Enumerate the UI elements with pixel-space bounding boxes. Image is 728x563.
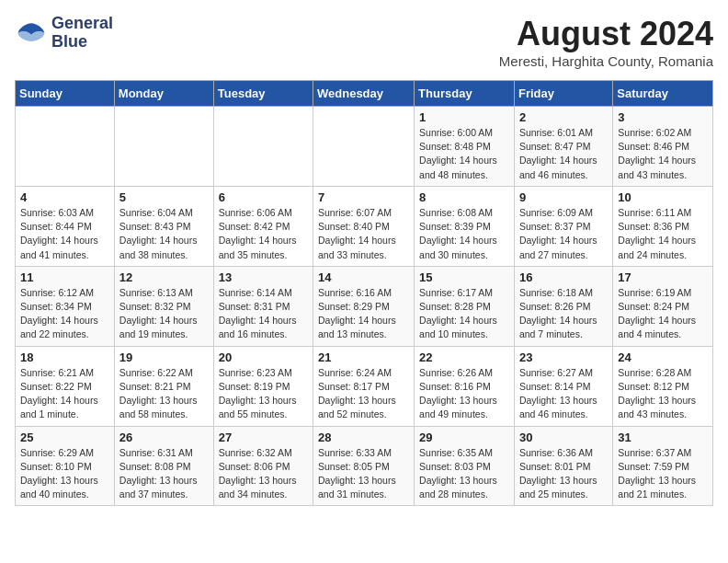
calendar-cell: 5Sunrise: 6:04 AM Sunset: 8:43 PM Daylig… [114, 186, 213, 266]
calendar-cell: 22Sunrise: 6:26 AM Sunset: 8:16 PM Dayli… [415, 346, 515, 426]
day-number: 26 [119, 431, 209, 444]
calendar-cell: 21Sunrise: 6:24 AM Sunset: 8:17 PM Dayli… [313, 346, 415, 426]
calendar-cell: 14Sunrise: 6:16 AM Sunset: 8:29 PM Dayli… [313, 266, 415, 346]
logo-general: General [51, 15, 113, 33]
day-info: Sunrise: 6:12 AM Sunset: 8:34 PM Dayligh… [20, 286, 109, 342]
day-info: Sunrise: 6:26 AM Sunset: 8:16 PM Dayligh… [419, 366, 509, 422]
logo: General Blue [15, 15, 113, 52]
day-number: 17 [618, 270, 708, 284]
day-info: Sunrise: 6:36 AM Sunset: 8:01 PM Dayligh… [519, 446, 608, 502]
day-number: 14 [318, 270, 409, 284]
day-info: Sunrise: 6:17 AM Sunset: 8:28 PM Dayligh… [419, 286, 509, 342]
calendar-cell: 11Sunrise: 6:12 AM Sunset: 8:34 PM Dayli… [16, 266, 115, 346]
day-info: Sunrise: 6:23 AM Sunset: 8:19 PM Dayligh… [219, 366, 308, 422]
day-number: 1 [419, 110, 509, 124]
day-info: Sunrise: 6:02 AM Sunset: 8:46 PM Dayligh… [618, 126, 708, 182]
day-info: Sunrise: 6:24 AM Sunset: 8:17 PM Dayligh… [318, 366, 409, 422]
day-number: 25 [20, 431, 109, 444]
calendar-cell: 9Sunrise: 6:09 AM Sunset: 8:37 PM Daylig… [514, 186, 612, 266]
day-info: Sunrise: 6:19 AM Sunset: 8:24 PM Dayligh… [618, 286, 708, 342]
calendar-cell: 17Sunrise: 6:19 AM Sunset: 8:24 PM Dayli… [613, 266, 713, 346]
header-wednesday: Wednesday [313, 81, 415, 107]
day-info: Sunrise: 6:31 AM Sunset: 8:08 PM Dayligh… [119, 446, 209, 502]
header-sunday: Sunday [16, 81, 115, 107]
calendar-cell: 13Sunrise: 6:14 AM Sunset: 8:31 PM Dayli… [213, 266, 313, 346]
day-number: 16 [519, 270, 608, 284]
calendar-cell: 15Sunrise: 6:17 AM Sunset: 8:28 PM Dayli… [415, 266, 515, 346]
day-number: 4 [20, 190, 109, 204]
day-number: 11 [20, 270, 109, 284]
calendar-cell: 28Sunrise: 6:33 AM Sunset: 8:05 PM Dayli… [313, 426, 415, 506]
day-info: Sunrise: 6:01 AM Sunset: 8:47 PM Dayligh… [519, 126, 608, 182]
day-number: 22 [419, 350, 509, 364]
calendar-cell: 25Sunrise: 6:29 AM Sunset: 8:10 PM Dayli… [16, 426, 115, 506]
calendar-cell: 30Sunrise: 6:36 AM Sunset: 8:01 PM Dayli… [514, 426, 612, 506]
day-info: Sunrise: 6:03 AM Sunset: 8:44 PM Dayligh… [20, 206, 109, 262]
day-number: 18 [20, 350, 109, 364]
day-info: Sunrise: 6:18 AM Sunset: 8:26 PM Dayligh… [519, 286, 608, 342]
day-number: 21 [318, 350, 409, 364]
logo-blue: Blue [51, 33, 113, 52]
day-info: Sunrise: 6:08 AM Sunset: 8:39 PM Dayligh… [419, 206, 509, 262]
day-info: Sunrise: 6:11 AM Sunset: 8:36 PM Dayligh… [618, 206, 708, 262]
calendar-table: SundayMondayTuesdayWednesdayThursdayFrid… [15, 80, 713, 506]
title-area: August 2024 Meresti, Harghita County, Ro… [499, 15, 713, 69]
page-header: General Blue August 2024 Meresti, Harghi… [15, 15, 713, 69]
day-info: Sunrise: 6:09 AM Sunset: 8:37 PM Dayligh… [519, 206, 608, 262]
day-number: 28 [318, 431, 409, 444]
calendar-cell [114, 107, 213, 187]
day-number: 10 [618, 190, 708, 204]
calendar-cell: 1Sunrise: 6:00 AM Sunset: 8:48 PM Daylig… [415, 107, 515, 187]
calendar-week-2: 4Sunrise: 6:03 AM Sunset: 8:44 PM Daylig… [16, 186, 713, 266]
day-info: Sunrise: 6:21 AM Sunset: 8:22 PM Dayligh… [20, 366, 109, 422]
day-info: Sunrise: 6:35 AM Sunset: 8:03 PM Dayligh… [419, 446, 509, 502]
calendar-cell [313, 107, 415, 187]
day-info: Sunrise: 6:07 AM Sunset: 8:40 PM Dayligh… [318, 206, 409, 262]
calendar-cell: 3Sunrise: 6:02 AM Sunset: 8:46 PM Daylig… [613, 107, 713, 187]
calendar-cell: 19Sunrise: 6:22 AM Sunset: 8:21 PM Dayli… [114, 346, 213, 426]
day-number: 5 [119, 190, 209, 204]
location-subtitle: Meresti, Harghita County, Romania [499, 53, 713, 69]
day-info: Sunrise: 6:28 AM Sunset: 8:12 PM Dayligh… [618, 366, 708, 422]
day-number: 31 [618, 431, 708, 444]
day-info: Sunrise: 6:32 AM Sunset: 8:06 PM Dayligh… [219, 446, 308, 502]
day-number: 6 [219, 190, 308, 204]
day-info: Sunrise: 6:04 AM Sunset: 8:43 PM Dayligh… [119, 206, 209, 262]
month-year-title: August 2024 [499, 15, 713, 53]
calendar-cell: 31Sunrise: 6:37 AM Sunset: 7:59 PM Dayli… [613, 426, 713, 506]
day-number: 24 [618, 350, 708, 364]
calendar-cell: 7Sunrise: 6:07 AM Sunset: 8:40 PM Daylig… [313, 186, 415, 266]
header-monday: Monday [114, 81, 213, 107]
day-info: Sunrise: 6:16 AM Sunset: 8:29 PM Dayligh… [318, 286, 409, 342]
calendar-week-4: 18Sunrise: 6:21 AM Sunset: 8:22 PM Dayli… [16, 346, 713, 426]
day-number: 27 [219, 431, 308, 444]
day-info: Sunrise: 6:14 AM Sunset: 8:31 PM Dayligh… [219, 286, 308, 342]
calendar-cell: 29Sunrise: 6:35 AM Sunset: 8:03 PM Dayli… [415, 426, 515, 506]
day-number: 7 [318, 190, 409, 204]
day-number: 9 [519, 190, 608, 204]
calendar-week-3: 11Sunrise: 6:12 AM Sunset: 8:34 PM Dayli… [16, 266, 713, 346]
calendar-cell: 8Sunrise: 6:08 AM Sunset: 8:39 PM Daylig… [415, 186, 515, 266]
calendar-cell: 20Sunrise: 6:23 AM Sunset: 8:19 PM Dayli… [213, 346, 313, 426]
calendar-cell: 10Sunrise: 6:11 AM Sunset: 8:36 PM Dayli… [613, 186, 713, 266]
day-number: 23 [519, 350, 608, 364]
calendar-cell: 16Sunrise: 6:18 AM Sunset: 8:26 PM Dayli… [514, 266, 612, 346]
header-tuesday: Tuesday [213, 81, 313, 107]
day-number: 3 [618, 110, 708, 124]
day-info: Sunrise: 6:06 AM Sunset: 8:42 PM Dayligh… [219, 206, 308, 262]
calendar-cell [16, 107, 115, 187]
calendar-cell: 18Sunrise: 6:21 AM Sunset: 8:22 PM Dayli… [16, 346, 115, 426]
day-info: Sunrise: 6:29 AM Sunset: 8:10 PM Dayligh… [20, 446, 109, 502]
calendar-cell: 26Sunrise: 6:31 AM Sunset: 8:08 PM Dayli… [114, 426, 213, 506]
logo-icon [15, 17, 48, 50]
day-number: 15 [419, 270, 509, 284]
calendar-cell: 27Sunrise: 6:32 AM Sunset: 8:06 PM Dayli… [213, 426, 313, 506]
calendar-cell [213, 107, 313, 187]
day-info: Sunrise: 6:33 AM Sunset: 8:05 PM Dayligh… [318, 446, 409, 502]
header-thursday: Thursday [415, 81, 515, 107]
logo-text: General Blue [51, 15, 113, 52]
calendar-week-1: 1Sunrise: 6:00 AM Sunset: 8:48 PM Daylig… [16, 107, 713, 187]
calendar-cell: 6Sunrise: 6:06 AM Sunset: 8:42 PM Daylig… [213, 186, 313, 266]
day-number: 8 [419, 190, 509, 204]
calendar-week-5: 25Sunrise: 6:29 AM Sunset: 8:10 PM Dayli… [16, 426, 713, 506]
